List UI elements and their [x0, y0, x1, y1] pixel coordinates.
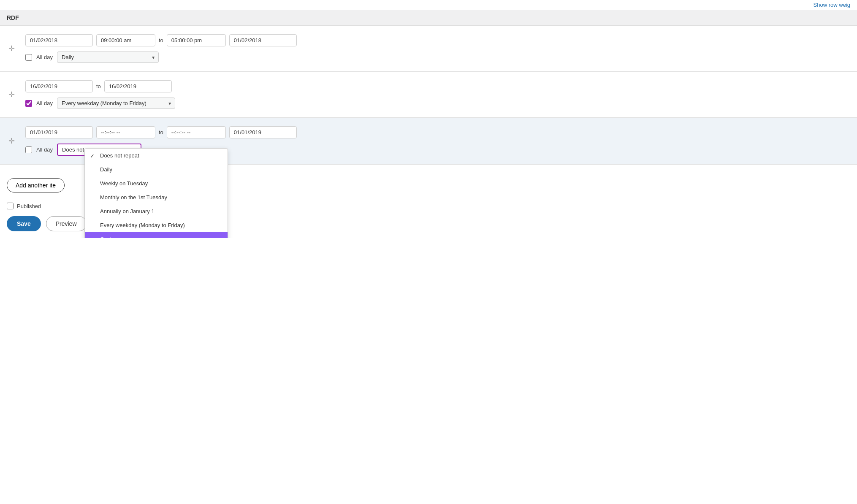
published-checkbox[interactable]: [7, 203, 14, 209]
date-time-row-1: to: [25, 34, 850, 46]
drag-handle-1[interactable]: ✛: [8, 44, 15, 53]
repeat-select-1[interactable]: Daily Does not repeat Weekly on Tuesday …: [57, 51, 159, 63]
end-time-3[interactable]: [167, 126, 226, 138]
dropdown-item-monthly[interactable]: Monthly on the 1st Tuesday: [85, 190, 228, 204]
published-label: Published: [17, 203, 41, 209]
allday-label-2: All day: [36, 100, 53, 106]
date-row-3: ✛ to All day Does not repeat Does not re…: [0, 118, 857, 165]
dropdown-item-daily[interactable]: Daily: [85, 163, 228, 176]
drag-handle-2[interactable]: ✛: [8, 90, 15, 99]
start-date-2[interactable]: [25, 80, 93, 92]
allday-row-2: All day Every weekday (Monday to Friday)…: [25, 98, 850, 109]
start-time-3[interactable]: [96, 126, 155, 138]
preview-button[interactable]: Preview: [46, 216, 87, 231]
start-time-1[interactable]: [96, 34, 155, 46]
add-another-button[interactable]: Add another ite: [7, 178, 65, 192]
end-date-3[interactable]: [229, 126, 297, 138]
end-date-2[interactable]: [104, 80, 172, 92]
repeat-dropdown-3: Does not repeat Daily Weekly on Tuesday …: [84, 148, 228, 238]
start-date-1[interactable]: [25, 34, 93, 46]
end-date-1[interactable]: [229, 34, 297, 46]
date-row-2: ✛ to All day Every weekday (Monday to Fr…: [0, 72, 857, 118]
dropdown-item-custom[interactable]: Custom...: [85, 232, 228, 238]
dropdown-item-weekly-tuesday[interactable]: Weekly on Tuesday: [85, 176, 228, 190]
dropdown-item-weekday[interactable]: Every weekday (Monday to Friday): [85, 218, 228, 232]
date-time-row-3: to: [25, 126, 850, 138]
repeat-select-wrapper-1: Daily Does not repeat Weekly on Tuesday …: [57, 51, 159, 63]
allday-label-3: All day: [36, 146, 53, 153]
show-row-weight-link[interactable]: Show row weig: [814, 2, 850, 8]
date-time-row-2: to: [25, 80, 850, 92]
section-header: RDF: [0, 10, 857, 26]
start-date-3[interactable]: [25, 126, 93, 138]
top-bar: Show row weig: [0, 0, 857, 10]
to-label-1: to: [159, 37, 163, 43]
save-button[interactable]: Save: [7, 216, 41, 231]
end-time-1[interactable]: [167, 34, 226, 46]
allday-label-1: All day: [36, 54, 53, 60]
date-row-1: ✛ to All day Daily Does not repeat Weekl…: [0, 26, 857, 72]
allday-checkbox-2[interactable]: [25, 100, 32, 107]
allday-checkbox-1[interactable]: [25, 54, 32, 61]
repeat-select-2[interactable]: Every weekday (Monday to Friday) Does no…: [57, 98, 175, 109]
drag-handle-3[interactable]: ✛: [8, 136, 15, 146]
to-label-2: to: [96, 83, 101, 89]
repeat-select-wrapper-2: Every weekday (Monday to Friday) Does no…: [57, 98, 175, 109]
allday-checkbox-3[interactable]: [25, 146, 32, 153]
dropdown-item-annually[interactable]: Annually on January 1: [85, 204, 228, 218]
dropdown-item-does-not-repeat[interactable]: Does not repeat: [85, 149, 228, 163]
to-label-3: to: [159, 129, 163, 135]
allday-row-1: All day Daily Does not repeat Weekly on …: [25, 51, 850, 63]
